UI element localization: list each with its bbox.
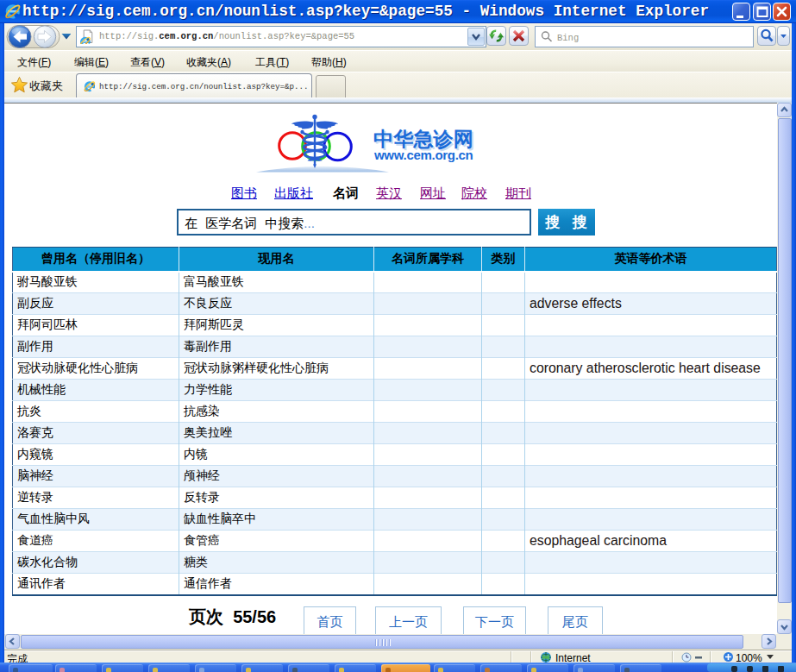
- site-search-input[interactable]: 在 医学名词 中搜索...: [177, 209, 531, 236]
- cell-category: [482, 293, 525, 315]
- cell-english: esophageal carcinoma: [525, 531, 777, 552]
- menu-item-a[interactable]: 收藏夹(A): [186, 55, 231, 70]
- vertical-scroll-thumb[interactable]: [778, 118, 792, 603]
- scroll-up-button[interactable]: [777, 103, 792, 117]
- status-bar: 完成 Internet 100%: [0, 650, 796, 663]
- status-separator: [710, 651, 711, 663]
- search-box[interactable]: Bing: [535, 26, 754, 47]
- menu-item-t[interactable]: 工具(T): [255, 55, 289, 70]
- nav-link[interactable]: 期刊: [505, 185, 531, 202]
- site-search-button[interactable]: 搜 搜: [538, 209, 595, 236]
- nav-link[interactable]: 名词: [333, 185, 359, 202]
- taskbar-button[interactable]: [288, 664, 329, 672]
- taskbar-button[interactable]: [434, 664, 475, 672]
- cell-subject: [374, 315, 482, 336]
- cell-old: 机械性能: [13, 380, 179, 401]
- table-row: 冠状动脉硬化性心脏病冠状动脉粥样硬化性心脏病coronary atheroscl…: [13, 358, 777, 380]
- tray-icon[interactable]: [778, 666, 784, 672]
- taskbar-button[interactable]: [55, 664, 97, 672]
- menu-item-f[interactable]: 文件(F): [17, 55, 51, 70]
- cell-category: [482, 315, 525, 336]
- close-button[interactable]: [773, 3, 791, 21]
- cell-subject: [374, 574, 482, 595]
- nav-link[interactable]: 网址: [420, 185, 446, 202]
- tray-icon[interactable]: [747, 666, 753, 672]
- cell-new: 抗感染: [179, 401, 374, 423]
- table-row: 抗炎抗感染: [13, 401, 777, 423]
- nav-link[interactable]: 院校: [461, 185, 487, 202]
- taskbar-button[interactable]: [148, 664, 190, 672]
- menu-item-h[interactable]: 帮助(H): [311, 55, 347, 70]
- cell-old: 食道癌: [13, 531, 179, 552]
- search-go-button[interactable]: [757, 26, 776, 46]
- cell-english: [525, 336, 777, 358]
- taskbar-button[interactable]: [620, 664, 661, 672]
- pagination-button[interactable]: 下一页: [463, 606, 526, 634]
- horizontal-scrollbar[interactable]: [4, 634, 793, 650]
- search-options-dropdown[interactable]: [777, 26, 790, 46]
- active-tab[interactable]: http://sig.cem.org.cn/nounlist.asp?key=&…: [76, 73, 312, 98]
- table-body: 驸马酸亚铁富马酸亚铁副反应不良反应adverse effects拜阿司匹林拜阿斯…: [13, 272, 777, 595]
- column-header: 曾用名（停用旧名）: [13, 248, 179, 272]
- menu-item-v[interactable]: 查看(V): [130, 55, 165, 70]
- zoom-dropdown-arrow[interactable]: [767, 655, 774, 659]
- cell-category: [482, 401, 525, 423]
- cell-old: 碳水化合物: [13, 552, 179, 574]
- scroll-left-button[interactable]: [5, 634, 20, 649]
- cell-english: [525, 272, 777, 293]
- favorites-tab-bar: 收藏夹 http://sig.cem.org.cn/nounlist.asp?k…: [4, 72, 792, 97]
- cell-english: [525, 380, 777, 401]
- favorites-button[interactable]: 收藏夹: [9, 75, 75, 96]
- cell-new: 糖类: [179, 552, 374, 574]
- scroll-down-button[interactable]: [777, 619, 792, 634]
- zoom-icon[interactable]: [723, 651, 734, 663]
- cell-old: 驸马酸亚铁: [13, 272, 179, 293]
- menu-bar: 文件(F)编辑(E)查看(V)收藏夹(A)工具(T)帮助(H): [4, 50, 792, 72]
- cell-new: 力学性能: [179, 380, 374, 401]
- address-dropdown[interactable]: [467, 28, 485, 46]
- nav-link[interactable]: 图书: [231, 185, 257, 202]
- address-bar[interactable]: http://sig.cem.org.cn/nounlist.asp?key=&…: [76, 26, 486, 47]
- tray-icon[interactable]: [762, 666, 768, 672]
- cell-old: 抗炎: [13, 401, 179, 423]
- cell-new: 通信作者: [179, 574, 374, 595]
- taskbar-button[interactable]: [241, 664, 283, 672]
- table-row: 食道癌食管癌esophageal carcinoma: [13, 531, 777, 552]
- horizontal-scroll-thumb[interactable]: [21, 635, 743, 649]
- maximize-button[interactable]: [753, 3, 771, 21]
- taskbar-button[interactable]: [480, 664, 522, 672]
- nav-link[interactable]: 英汉: [376, 185, 402, 202]
- table-row: 脑神经颅神经: [13, 466, 777, 487]
- cell-english: [525, 315, 777, 336]
- column-header: 名词所属学科: [374, 248, 482, 272]
- cell-english: [525, 401, 777, 423]
- cell-old: 拜阿司匹林: [13, 315, 179, 336]
- scroll-right-button[interactable]: [762, 634, 776, 649]
- refresh-button[interactable]: [486, 26, 506, 46]
- cell-old: 通讯作者: [13, 574, 179, 595]
- nav-link[interactable]: 出版社: [274, 185, 313, 202]
- taskbar-button[interactable]: [527, 664, 568, 672]
- pagination-button[interactable]: 首页: [304, 606, 356, 634]
- new-tab-stub[interactable]: [316, 75, 346, 98]
- tray-icon[interactable]: [731, 666, 737, 672]
- taskbar-button[interactable]: [9, 664, 53, 672]
- minimize-button[interactable]: [732, 3, 750, 21]
- status-separator: [530, 651, 531, 663]
- vertical-scrollbar[interactable]: [777, 103, 793, 634]
- site-search-text: 在 医学名词 中搜索...: [185, 216, 315, 232]
- back-forward-buttons[interactable]: [5, 23, 71, 50]
- taskbar-button[interactable]: [335, 664, 376, 672]
- pagination-button[interactable]: 尾页: [548, 606, 603, 634]
- table-row: 碳水化合物糖类: [13, 552, 777, 574]
- taskbar-button[interactable]: [195, 664, 236, 672]
- stop-button[interactable]: [509, 26, 529, 46]
- cell-new: 不良反应: [179, 293, 374, 315]
- cell-new: 内镜: [179, 444, 374, 466]
- address-url: http://sig.cem.org.cn/nounlist.asp?key=&…: [99, 31, 354, 41]
- taskbar-button[interactable]: [102, 664, 143, 672]
- taskbar-button[interactable]: [573, 664, 615, 672]
- taskbar-button[interactable]: [381, 664, 430, 672]
- pagination-button[interactable]: 上一页: [375, 606, 442, 634]
- menu-item-e[interactable]: 编辑(E): [74, 55, 109, 70]
